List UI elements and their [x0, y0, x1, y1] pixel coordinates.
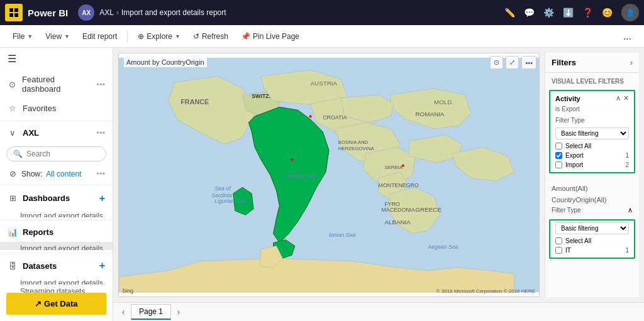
svg-rect-3 — [14, 13, 18, 17]
country-filter-type-header: Filter Type ∧ — [545, 205, 639, 217]
sidebar-item-featured-dashboard[interactable]: ⊙ Featured dashboard ••• — [0, 70, 113, 99]
settings-icon[interactable]: ⚙️ — [543, 8, 554, 18]
featured-dashboard-more-icon[interactable]: ••• — [96, 80, 105, 89]
explore-icon: ⊕ — [138, 32, 144, 41]
get-data-label: ↗ Get Data — [35, 299, 77, 308]
activity-filter-header: Activity ∧ ✕ — [550, 91, 634, 106]
country-filter-card: Basic filtering Select All IT 1 — [549, 219, 635, 259]
svg-text:AUSTRIA: AUSTRIA — [311, 80, 338, 87]
filter-chevron-up-icon[interactable]: ∧ — [616, 94, 621, 102]
topbar: Power BI AX AXL › Import and export deta… — [0, 0, 644, 25]
search-box[interactable]: 🔍 — [6, 146, 106, 161]
sidebar-dashboard-item[interactable]: Import and export details... — [0, 209, 113, 217]
activity-import-row: Import 2 — [550, 160, 634, 172]
activity-filter-type-select[interactable]: Basic filtering — [555, 128, 629, 139]
pencil-icon[interactable]: ✏️ — [504, 8, 515, 18]
pin-live-page-button[interactable]: 📌 Pin Live Page — [236, 30, 304, 43]
file-chevron-icon: ▼ — [27, 33, 33, 40]
add-dataset-icon[interactable]: + — [99, 260, 105, 271]
activity-filter-select-row: Basic filtering — [550, 126, 634, 141]
filter-close-icon[interactable]: ✕ — [623, 94, 629, 102]
help-icon[interactable]: ❓ — [582, 8, 593, 18]
country-it-label: IT — [565, 247, 618, 254]
svg-text:GREECE: GREECE — [416, 206, 442, 213]
explore-chevron-icon: ▼ — [175, 33, 180, 40]
country-it-count: 1 — [621, 247, 629, 254]
edit-report-button[interactable]: Edit report — [77, 30, 122, 43]
svg-rect-2 — [9, 13, 13, 17]
hamburger-icon[interactable]: ☰ — [0, 48, 113, 70]
app-grid-icon[interactable] — [5, 4, 23, 21]
svg-text:FRANCE: FRANCE — [180, 98, 209, 106]
filters-title: Filters — [552, 58, 630, 67]
country-select-all-row: Select All — [550, 236, 634, 246]
view-menu-button[interactable]: View ▼ — [40, 30, 75, 43]
svg-text:Adriatic Sea: Adriatic Sea — [285, 173, 316, 179]
show-more-icon[interactable]: ••• — [96, 169, 105, 178]
map-focus-icon[interactable]: ⊙ — [490, 56, 503, 69]
filter-icon: ⊘ — [8, 169, 18, 178]
page-next-icon[interactable]: › — [174, 307, 184, 318]
comment-icon[interactable]: 💬 — [524, 8, 535, 18]
svg-text:ROMANIA: ROMANIA — [416, 111, 445, 117]
sidebar-item-favorites[interactable]: ☆ Favorites — [0, 99, 113, 118]
refresh-button[interactable]: ↺ Refresh — [188, 30, 233, 43]
svg-text:MACEDONIA: MACEDONIA — [382, 207, 416, 213]
sidebar-dataset-item-1[interactable]: Import and export details — [0, 276, 113, 285]
sidebar-report-item[interactable]: Import and export details... — [0, 242, 113, 250]
sidebar-reports-section[interactable]: 📊 Reports — [0, 222, 113, 242]
country-it-row: IT 1 — [550, 246, 634, 258]
sidebar-datasets-section[interactable]: 🗄 Datasets + — [0, 255, 113, 276]
page-tab-1[interactable]: Page 1 — [131, 304, 171, 320]
country-filter-chevron-up-icon[interactable]: ∧ — [628, 206, 633, 214]
sidebar-dashboards-section[interactable]: ⊞ Dashboards + — [0, 188, 113, 209]
explore-menu-button[interactable]: ⊕ Explore ▼ — [133, 30, 186, 43]
svg-text:CROATIA: CROATIA — [323, 114, 347, 121]
svg-text:Ligurian Sea: Ligurian Sea — [214, 198, 246, 204]
get-data-button[interactable]: ↗ Get Data — [6, 293, 106, 315]
refresh-label: Refresh — [202, 32, 228, 41]
country-it-checkbox[interactable] — [555, 247, 562, 254]
amount-filter-label: Amount(All) — [545, 181, 639, 193]
featured-dashboard-label: Featured dashboard — [22, 75, 91, 94]
activity-filter-title: Activity — [555, 95, 613, 102]
filter-section-gap — [545, 176, 639, 181]
emoji-icon[interactable]: 😊 — [602, 8, 613, 18]
file-menu-button[interactable]: File ▼ — [8, 30, 38, 43]
svg-text:MONTENEGRO: MONTENEGRO — [379, 182, 419, 188]
svg-text:Sea of: Sea of — [214, 185, 231, 192]
content-inner: Amount by CountryOrigin ⊙ ⤢ ••• — [113, 48, 644, 302]
activity-filter-type-row: Filter Type — [550, 115, 634, 126]
activity-export-checkbox[interactable] — [555, 152, 562, 159]
add-dashboard-icon[interactable]: + — [99, 193, 105, 204]
user-profile-avatar[interactable]: 👤 — [621, 4, 639, 21]
svg-text:SWITZ.: SWITZ. — [252, 93, 270, 99]
datasets-label: Datasets — [23, 261, 57, 271]
show-label: Show: — [21, 170, 42, 178]
pin-icon: 📌 — [241, 32, 250, 41]
breadcrumb-axl[interactable]: AXL — [99, 8, 114, 17]
sidebar: ☰ ⊙ Featured dashboard ••• ☆ Favorites ∨… — [0, 48, 113, 321]
activity-import-checkbox[interactable] — [555, 161, 562, 168]
download-icon[interactable]: ⬇️ — [563, 8, 574, 18]
country-filter-type-select[interactable]: Basic filtering — [555, 222, 629, 234]
activity-export-count: 1 — [621, 152, 629, 159]
toolbar-separator — [127, 30, 128, 43]
search-input[interactable] — [26, 150, 99, 158]
dashboard-icon: ⊞ — [8, 193, 18, 203]
axl-more-icon[interactable]: ••• — [96, 128, 105, 138]
sidebar-dataset-item-2[interactable]: Streaming datasets — [0, 285, 113, 293]
sidebar-axl-section[interactable]: ∨ AXL ••• — [0, 123, 113, 143]
map-visual[interactable]: Amount by CountryOrigin ⊙ ⤢ ••• — [118, 53, 540, 297]
map-expand-icon[interactable]: ⤢ — [506, 56, 519, 69]
topbar-action-icons: ✏️ 💬 ⚙️ ⬇️ ❓ 😊 👤 — [504, 4, 639, 21]
page-prev-icon[interactable]: ‹ — [118, 307, 128, 318]
toolbar-more-button[interactable]: ... — [618, 28, 636, 45]
map-more-icon[interactable]: ••• — [521, 56, 536, 69]
sidebar-show-row[interactable]: ⊘ Show: All content ••• — [0, 165, 113, 182]
svg-text:ALBANIA: ALBANIA — [384, 219, 411, 226]
activity-select-all-checkbox[interactable] — [555, 143, 562, 150]
filters-expand-icon[interactable]: › — [630, 58, 633, 67]
activity-filter-subtitle: is Export — [550, 106, 634, 115]
country-select-all-checkbox[interactable] — [555, 237, 562, 244]
